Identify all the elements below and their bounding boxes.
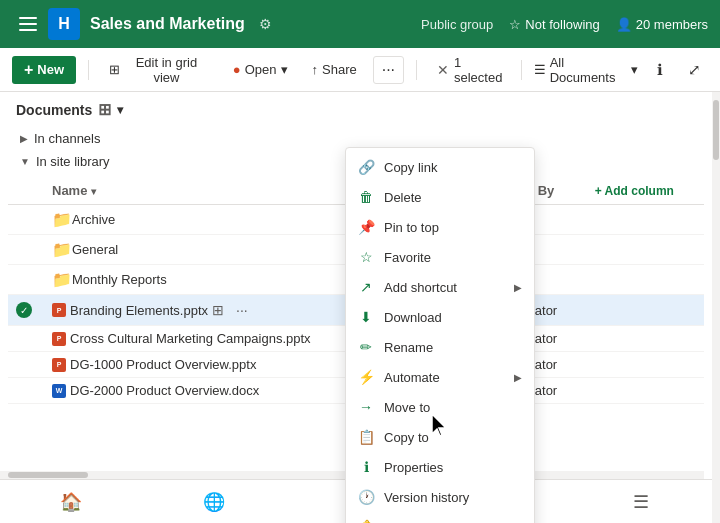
row-name-cell: 📁 Archive bbox=[44, 205, 382, 235]
submenu-arrow: ▶ bbox=[514, 372, 522, 383]
file-name: 📁 Archive bbox=[52, 210, 374, 229]
menu-icon-add-shortcut: ↗ bbox=[358, 279, 374, 295]
follow-button[interactable]: ☆ Not following bbox=[509, 17, 599, 32]
row-extra-cell bbox=[587, 352, 704, 378]
expand-button[interactable]: ⤢ bbox=[680, 56, 708, 84]
breadcrumb-expand-icon[interactable]: ▾ bbox=[117, 103, 123, 117]
menu-item-download[interactable]: ⬇ Download bbox=[346, 302, 534, 332]
clear-selection-button[interactable]: ✕ bbox=[437, 62, 449, 78]
chevron-down-icon2: ▾ bbox=[631, 62, 638, 77]
add-column-label: + Add column bbox=[595, 184, 696, 198]
file-name: 📁 General bbox=[52, 240, 374, 259]
hamburger-menu[interactable] bbox=[12, 8, 44, 40]
row-check-cell bbox=[8, 265, 44, 295]
menu-icon-properties: ℹ bbox=[358, 459, 374, 475]
row-extra-cell bbox=[587, 265, 704, 295]
row-more-button[interactable]: ··· bbox=[232, 300, 252, 320]
folder-icon: 📁 bbox=[52, 240, 72, 259]
menu-item-properties[interactable]: ℹ Properties bbox=[346, 452, 534, 482]
content-area: Documents ⊞ ▾ ▶ In channels ▼ In site li… bbox=[0, 92, 720, 523]
row-actions: ⊞ ··· bbox=[208, 300, 252, 320]
menu-icon-rename: ✏ bbox=[358, 339, 374, 355]
submenu-arrow: ▶ bbox=[514, 282, 522, 293]
open-button[interactable]: ● Open ▾ bbox=[225, 57, 296, 82]
members-button[interactable]: 👤 20 members bbox=[616, 17, 708, 32]
all-documents-button[interactable]: ☰ All Documents ▾ bbox=[534, 55, 638, 85]
chevron-right-icon: ▶ bbox=[20, 133, 28, 144]
row-name-cell: 📁 Monthly Reports bbox=[44, 265, 382, 295]
file-name: 📁 Monthly Reports bbox=[52, 270, 374, 289]
menu-icon-copy-link: 🔗 bbox=[358, 159, 374, 175]
menu-item-favorite[interactable]: ☆ Favorite bbox=[346, 242, 534, 272]
menu-icon-automate: ⚡ bbox=[358, 369, 374, 385]
row-extra-cell bbox=[587, 378, 704, 404]
home-nav-icon[interactable]: 🏠 bbox=[51, 482, 91, 522]
menu-icon-pin-to-top: 📌 bbox=[358, 219, 374, 235]
menu-item-version-history[interactable]: 🕐 Version history bbox=[346, 482, 534, 512]
file-name: P DG-1000 Product Overview.pptx bbox=[52, 357, 374, 372]
menu-nav-icon[interactable]: ☰ bbox=[621, 482, 661, 522]
row-check-cell bbox=[8, 205, 44, 235]
row-extra-cell bbox=[587, 295, 704, 326]
row-extra-cell bbox=[587, 205, 704, 235]
file-name: P Cross Cultural Marketing Campaigns.ppt… bbox=[52, 331, 374, 346]
check-circle: ✓ bbox=[16, 302, 32, 318]
library-icon: ⊞ bbox=[98, 100, 111, 119]
info-button[interactable]: ℹ bbox=[646, 56, 674, 84]
share-icon: ↑ bbox=[312, 62, 319, 77]
menu-icon-delete: 🗑 bbox=[358, 189, 374, 205]
row-check-cell bbox=[8, 352, 44, 378]
row-name-cell: W DG-2000 Product Overview.docx bbox=[44, 378, 382, 404]
menu-item-move-to[interactable]: → Move to bbox=[346, 392, 534, 422]
document-library: Documents ⊞ ▾ ▶ In channels ▼ In site li… bbox=[0, 92, 712, 523]
add-column-header[interactable]: + Add column bbox=[587, 177, 704, 205]
separator2 bbox=[416, 60, 417, 80]
menu-icon-alert-me: 🔔 bbox=[358, 519, 374, 523]
menu-icon-download: ⬇ bbox=[358, 309, 374, 325]
name-column-header[interactable]: Name ▾ bbox=[44, 177, 382, 205]
folder-icon: 📁 bbox=[52, 270, 72, 289]
edit-grid-button[interactable]: ⊞ Edit in grid view bbox=[101, 50, 217, 90]
vertical-scrollbar[interactable] bbox=[712, 92, 720, 523]
chevron-down-icon3: ▼ bbox=[20, 156, 30, 167]
row-name-cell: 📁 General bbox=[44, 235, 382, 265]
row-check-cell bbox=[8, 326, 44, 352]
context-menu: 🔗 Copy link 🗑 Delete 📌 Pin to top ☆ Favo… bbox=[345, 147, 535, 523]
file-name: W DG-2000 Product Overview.docx bbox=[52, 383, 374, 398]
menu-item-automate[interactable]: ⚡ Automate ▶ bbox=[346, 362, 534, 392]
docx-icon: W bbox=[52, 384, 66, 398]
row-name-cell: P Cross Cultural Marketing Campaigns.ppt… bbox=[44, 326, 382, 352]
menu-item-copy-link[interactable]: 🔗 Copy link bbox=[346, 152, 534, 182]
list-icon: ☰ bbox=[534, 62, 546, 77]
scrollbar-thumb bbox=[713, 100, 719, 160]
grid-icon: ⊞ bbox=[109, 62, 120, 77]
row-name-cell: P DG-1000 Product Overview.pptx bbox=[44, 352, 382, 378]
web-nav-icon[interactable]: 🌐 bbox=[194, 482, 234, 522]
scrollbar-h-thumb bbox=[8, 472, 88, 478]
menu-item-rename[interactable]: ✏ Rename bbox=[346, 332, 534, 362]
menu-icon-favorite: ☆ bbox=[358, 249, 374, 265]
checkbox-column-header bbox=[8, 177, 44, 205]
new-button[interactable]: + New bbox=[12, 56, 76, 84]
folder-icon: 📁 bbox=[52, 210, 72, 229]
menu-item-copy-to[interactable]: 📋 Copy to bbox=[346, 422, 534, 452]
more-button[interactable]: ··· bbox=[373, 56, 404, 84]
menu-item-add-shortcut[interactable]: ↗ Add shortcut ▶ bbox=[346, 272, 534, 302]
settings-icon[interactable]: ⚙ bbox=[259, 16, 272, 32]
separator bbox=[88, 60, 89, 80]
menu-item-alert-me[interactable]: 🔔 Alert me bbox=[346, 512, 534, 523]
plus-icon: + bbox=[24, 62, 33, 78]
star-icon: ☆ bbox=[509, 17, 521, 32]
row-check-cell bbox=[8, 378, 44, 404]
menu-icon-move-to: → bbox=[358, 399, 374, 415]
share-button[interactable]: ↑ Share bbox=[304, 57, 365, 82]
menu-item-pin-to-top[interactable]: 📌 Pin to top bbox=[346, 212, 534, 242]
menu-item-delete[interactable]: 🗑 Delete bbox=[346, 182, 534, 212]
breadcrumb: Documents ⊞ ▾ bbox=[0, 92, 712, 123]
top-navigation: H Sales and Marketing ⚙ Public group ☆ N… bbox=[0, 0, 720, 48]
person-icon: 👤 bbox=[616, 17, 632, 32]
file-name: P Branding Elements.pptx ⊞ ··· bbox=[52, 300, 374, 320]
row-open-button[interactable]: ⊞ bbox=[208, 300, 228, 320]
row-check-cell bbox=[8, 235, 44, 265]
row-name-cell: P Branding Elements.pptx ⊞ ··· bbox=[44, 295, 382, 326]
